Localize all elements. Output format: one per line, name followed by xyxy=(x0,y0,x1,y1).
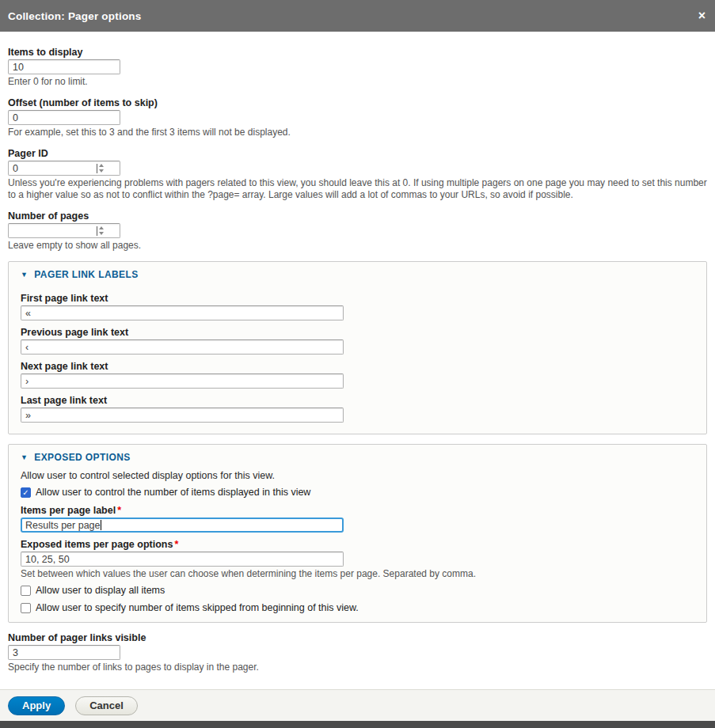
items-to-display-input[interactable] xyxy=(8,59,120,74)
number-spinner-icon[interactable] xyxy=(97,163,104,173)
pager-links-visible-input[interactable] xyxy=(8,645,120,660)
modal-footer: Apply Cancel xyxy=(0,689,715,721)
exposed-items-options-help: Set between which values the user can ch… xyxy=(21,568,694,580)
exposed-items-options-field: Exposed items per page options* Set betw… xyxy=(21,539,694,580)
offset-help: For example, set this to 3 and the first… xyxy=(8,127,707,138)
pager-id-label: Pager ID xyxy=(8,148,707,160)
items-to-display-label: Items to display xyxy=(8,47,707,59)
next-page-link-field: Next page link text xyxy=(21,361,694,389)
skip-items-checkbox-row[interactable]: Allow user to specify number of items sk… xyxy=(21,602,694,614)
items-to-display-help: Enter 0 for no limit. xyxy=(8,76,707,88)
pager-id-field: Pager ID Unless you're experiencing prob… xyxy=(8,148,707,201)
exposed-items-options-label: Exposed items per page options xyxy=(21,539,173,550)
items-per-page-label-text: Items per page label xyxy=(21,505,116,516)
exposed-options-fieldset: ▼ EXPOSED OPTIONS Allow user to control … xyxy=(8,444,707,623)
required-marker: * xyxy=(116,505,121,516)
number-spinner-icon[interactable] xyxy=(97,226,104,236)
items-per-page-label-input[interactable] xyxy=(21,518,344,533)
offset-field: Offset (number of items to skip) For exa… xyxy=(8,97,707,138)
first-page-link-input[interactable] xyxy=(21,305,344,320)
items-per-page-label-field: Items per page label* xyxy=(21,505,694,533)
pager-id-help: Unless you're experiencing problems with… xyxy=(8,177,707,201)
exposed-options-legend[interactable]: ▼ EXPOSED OPTIONS xyxy=(21,452,694,463)
apply-button[interactable]: Apply xyxy=(8,696,65,715)
previous-page-link-input[interactable] xyxy=(21,339,344,355)
chevron-down-icon: ▼ xyxy=(21,452,28,463)
pager-link-labels-legend[interactable]: ▼ PAGER LINK LABELS xyxy=(21,269,694,280)
number-of-pages-field: Number of pages Leave empty to show all … xyxy=(8,210,707,252)
pager-options-modal: Collection: Pager options × Items to dis… xyxy=(0,0,715,728)
first-page-link-field: First page link text xyxy=(21,293,694,320)
skip-items-checkbox[interactable] xyxy=(21,603,31,613)
last-page-link-field: Last page link text xyxy=(21,395,694,423)
first-page-link-label: First page link text xyxy=(21,293,694,305)
offset-label: Offset (number of items to skip) xyxy=(8,97,707,109)
next-page-link-input[interactable] xyxy=(21,373,344,389)
previous-page-link-field: Previous page link text xyxy=(21,327,694,355)
chevron-down-icon: ▼ xyxy=(21,269,28,280)
previous-page-link-label: Previous page link text xyxy=(21,327,694,339)
number-of-pages-help: Leave empty to show all pages. xyxy=(8,240,707,252)
skip-items-checkbox-label: Allow user to specify number of items sk… xyxy=(36,602,359,614)
text-caret xyxy=(101,520,101,530)
pager-links-visible-field: Number of pager links visible Specify th… xyxy=(8,632,707,673)
cancel-button[interactable]: Cancel xyxy=(75,696,138,715)
last-page-link-input[interactable] xyxy=(21,408,344,423)
modal-header: Collection: Pager options × xyxy=(0,0,715,32)
last-page-link-label: Last page link text xyxy=(21,395,694,407)
pager-links-visible-help: Specify the number of links to pages to … xyxy=(8,662,707,673)
exposed-options-intro: Allow user to control selected display o… xyxy=(21,470,694,482)
display-all-checkbox-row[interactable]: Allow user to display all items xyxy=(21,585,694,597)
next-page-link-label: Next page link text xyxy=(21,361,694,373)
exposed-items-options-input[interactable] xyxy=(21,552,344,567)
offset-input[interactable] xyxy=(8,110,120,125)
close-icon[interactable]: × xyxy=(698,9,705,22)
control-items-checkbox-label: Allow user to control the number of item… xyxy=(36,487,310,499)
pager-link-labels-fieldset: ▼ PAGER LINK LABELS First page link text… xyxy=(8,261,707,434)
items-to-display-field: Items to display Enter 0 for no limit. xyxy=(8,47,707,88)
page-background-bar xyxy=(0,721,715,728)
control-items-checkbox-row[interactable]: ✓ Allow user to control the number of it… xyxy=(21,487,694,499)
pager-links-visible-label: Number of pager links visible xyxy=(8,632,707,644)
control-items-checkbox[interactable]: ✓ xyxy=(21,487,31,498)
modal-title: Collection: Pager options xyxy=(8,10,142,22)
display-all-checkbox[interactable] xyxy=(21,586,31,596)
modal-body: Items to display Enter 0 for no limit. O… xyxy=(0,32,715,689)
number-of-pages-label: Number of pages xyxy=(8,210,707,222)
display-all-checkbox-label: Allow user to display all items xyxy=(36,585,165,597)
required-marker: * xyxy=(173,539,178,550)
